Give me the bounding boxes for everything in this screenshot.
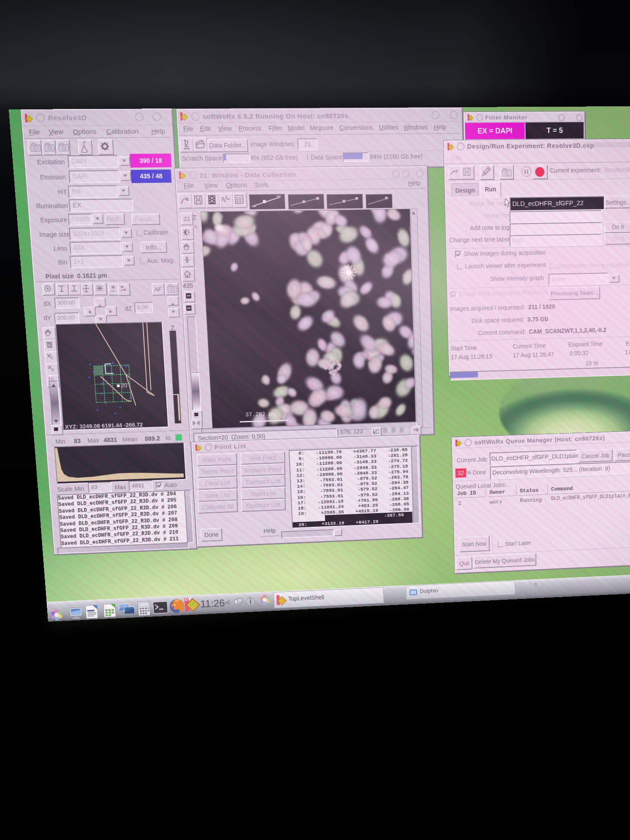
svg-text:20: 20 bbox=[121, 382, 128, 388]
